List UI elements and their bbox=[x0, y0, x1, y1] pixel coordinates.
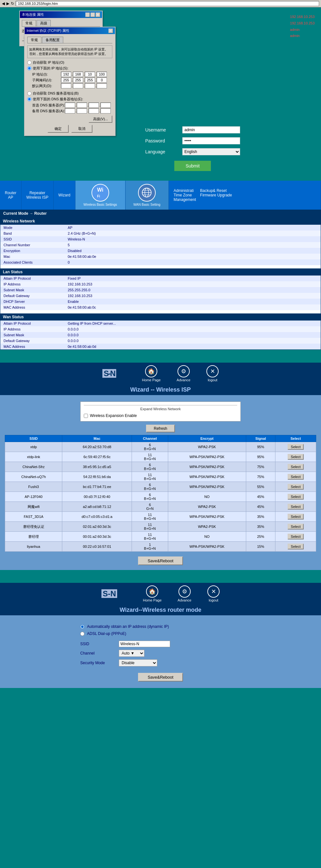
nav-wizard[interactable]: Wizard bbox=[54, 181, 75, 210]
use-dns-radio[interactable]: 使用下面的 DNS 服务器地址(E): bbox=[27, 97, 112, 101]
dns2-seg4[interactable] bbox=[101, 108, 111, 114]
select-button[interactable]: Select bbox=[288, 494, 304, 500]
scan-select[interactable]: Select bbox=[276, 512, 316, 522]
security-row: Security Mode Disable WEP WPA-PSK WPA2-P… bbox=[80, 659, 241, 666]
scan-channel: 6B+G+N bbox=[132, 482, 168, 492]
logout-icon2[interactable]: ✕ logout bbox=[207, 585, 220, 602]
scan-mac: bc:d1:77:b4:71:ee bbox=[62, 482, 132, 492]
security-select[interactable]: Disable WEP WPA-PSK WPA2-PSK bbox=[119, 659, 157, 666]
logout-icon[interactable]: ✕ logout bbox=[206, 365, 219, 382]
submit-button[interactable]: Submit bbox=[174, 161, 211, 171]
select-button[interactable]: Select bbox=[288, 504, 304, 509]
select-button[interactable]: Select bbox=[288, 474, 304, 479]
home-page-icon2[interactable]: 🏠 Home Page bbox=[143, 585, 162, 602]
select-button[interactable]: Select bbox=[288, 464, 304, 470]
save-reboot-button-router[interactable]: Save&Reboot bbox=[138, 673, 183, 682]
lan-status-section: Lan Status Attain IP Protocol Fixed IP I… bbox=[0, 269, 321, 310]
scan-select[interactable]: Select bbox=[276, 472, 316, 482]
inner-dialog-titlebar[interactable]: Internet 协议 (TCP/IP) 属性 ✕ bbox=[25, 27, 115, 34]
back-icon[interactable]: ◀ bbox=[2, 1, 5, 6]
nav-router[interactable]: Router AP bbox=[0, 181, 22, 210]
ok-btn[interactable]: 确定 bbox=[47, 125, 69, 133]
nav-left-logo: S-N bbox=[102, 369, 116, 378]
dns1-seg2[interactable] bbox=[77, 102, 87, 108]
scan-encrypt: WPA-PSK/WPA2-PSK bbox=[168, 462, 246, 472]
scan-channel: 6B+G+N bbox=[132, 492, 168, 502]
username-input[interactable] bbox=[182, 126, 240, 133]
scan-select[interactable]: Select bbox=[276, 502, 316, 512]
scan-select[interactable]: Select bbox=[276, 522, 316, 532]
scan-select[interactable]: Select bbox=[276, 462, 316, 472]
scan-select[interactable]: Select bbox=[276, 442, 316, 452]
auto-dns-radio[interactable]: 自动获取 DNS 服务器地址(B) bbox=[27, 91, 112, 96]
wifi-icon: WiFi bbox=[97, 187, 103, 199]
sub-seg1[interactable] bbox=[61, 78, 71, 83]
advanced-btn[interactable]: 高级(V)... bbox=[88, 116, 112, 123]
advance-icon[interactable]: ⚙ Advance bbox=[177, 365, 190, 382]
scan-ssid: FAST_3D1A bbox=[5, 512, 62, 522]
dns1-seg3[interactable] bbox=[88, 102, 99, 108]
dns2-seg1[interactable] bbox=[65, 108, 75, 114]
use-ip-radio[interactable]: 使用下面的 IP 地址(S): bbox=[27, 66, 112, 71]
inner-close-btn[interactable]: ✕ bbox=[108, 29, 113, 33]
scan-select[interactable]: Select bbox=[276, 532, 316, 542]
save-reboot-button-isp[interactable]: Save&Reboot bbox=[138, 557, 183, 565]
nav-admin[interactable]: Administrati Time Zone Backup& Reset Fir… bbox=[169, 181, 321, 210]
auto-ip-radio[interactable]: 自动获取 IP 地址(O) bbox=[27, 60, 112, 65]
refresh-button[interactable]: Refresh bbox=[146, 425, 175, 432]
select-button[interactable]: Select bbox=[288, 524, 304, 529]
scan-select[interactable]: Select bbox=[276, 542, 316, 552]
adsl-radio[interactable]: ADSL Dial-up (PPPoE) bbox=[80, 631, 241, 636]
advance-icon2[interactable]: ⚙ Advance bbox=[178, 585, 191, 602]
dns1-seg4[interactable] bbox=[101, 102, 111, 108]
close-btn[interactable]: ✕ bbox=[96, 12, 100, 17]
channel-select[interactable]: Auto ▼ 123 bbox=[119, 650, 144, 657]
maximize-btn[interactable]: □ bbox=[91, 12, 95, 17]
select-button[interactable]: Select bbox=[288, 454, 304, 460]
password-input[interactable] bbox=[182, 137, 240, 144]
outer-dialog-titlebar[interactable]: 本地连接 属性 _ □ ✕ bbox=[20, 11, 102, 18]
outer-tab-general[interactable]: 常规 bbox=[22, 20, 36, 26]
select-button[interactable]: Select bbox=[288, 544, 304, 550]
refresh-icon[interactable]: ↻ bbox=[11, 1, 14, 6]
minimize-btn[interactable]: _ bbox=[85, 12, 90, 17]
select-button[interactable]: Select bbox=[288, 484, 304, 490]
dns2-seg3[interactable] bbox=[88, 108, 99, 114]
cancel-btn[interactable]: 取消 bbox=[71, 125, 93, 133]
ip-seg1[interactable] bbox=[61, 72, 71, 77]
scan-select[interactable]: Select bbox=[276, 452, 316, 462]
outer-tab-advanced[interactable]: 高级 bbox=[37, 20, 51, 26]
select-button[interactable]: Select bbox=[288, 534, 304, 539]
sub-seg4[interactable] bbox=[97, 78, 107, 83]
auto-ip-radio2[interactable]: Automatically obtain an IP address (dyna… bbox=[80, 624, 241, 629]
gw-seg1[interactable] bbox=[61, 83, 71, 88]
gw-seg3[interactable] bbox=[85, 83, 95, 88]
sub-seg2[interactable] bbox=[73, 78, 83, 83]
wizard-isp-section: Expand Wireless Network Wireless Expansi… bbox=[0, 395, 321, 570]
forward-icon[interactable]: ▶ bbox=[6, 1, 9, 6]
scan-select[interactable]: Select bbox=[276, 482, 316, 492]
gw-seg2[interactable] bbox=[73, 83, 83, 88]
address-bar[interactable]: 192.168.10.253/login.htm bbox=[16, 1, 319, 6]
inner-tab-general[interactable]: 常规 bbox=[27, 37, 41, 43]
inner-tab-alt[interactable]: 备用配置 bbox=[42, 37, 63, 43]
select-button[interactable]: Select bbox=[288, 514, 304, 520]
nav-wan-basic[interactable]: WAN Basic Setting bbox=[126, 181, 169, 210]
home-page-icon[interactable]: 🏠 Home Page bbox=[142, 365, 160, 382]
language-select[interactable]: English Chinese bbox=[182, 148, 240, 155]
ssid-input[interactable] bbox=[119, 641, 170, 647]
ip-seg4[interactable] bbox=[97, 72, 107, 77]
nav-wireless-basic[interactable]: WiFi Wireless Basic Settings bbox=[75, 181, 125, 210]
dns1-seg1[interactable] bbox=[65, 102, 75, 108]
scan-select[interactable]: Select bbox=[276, 492, 316, 502]
expansion-enable-checkbox[interactable] bbox=[84, 414, 88, 418]
sub-seg3[interactable] bbox=[85, 78, 95, 83]
gw-seg4[interactable] bbox=[97, 83, 107, 88]
select-button[interactable]: Select bbox=[288, 444, 304, 450]
ip-seg3[interactable] bbox=[85, 72, 95, 77]
wizard-router-title: Wizard--Wireless router mode bbox=[0, 605, 321, 615]
dns2-seg2[interactable] bbox=[77, 108, 87, 114]
nav-repeater[interactable]: Repeater Wireless ISP bbox=[22, 181, 54, 210]
scan-channel: 11B+G+N bbox=[132, 532, 168, 542]
ip-seg2[interactable] bbox=[73, 72, 83, 77]
